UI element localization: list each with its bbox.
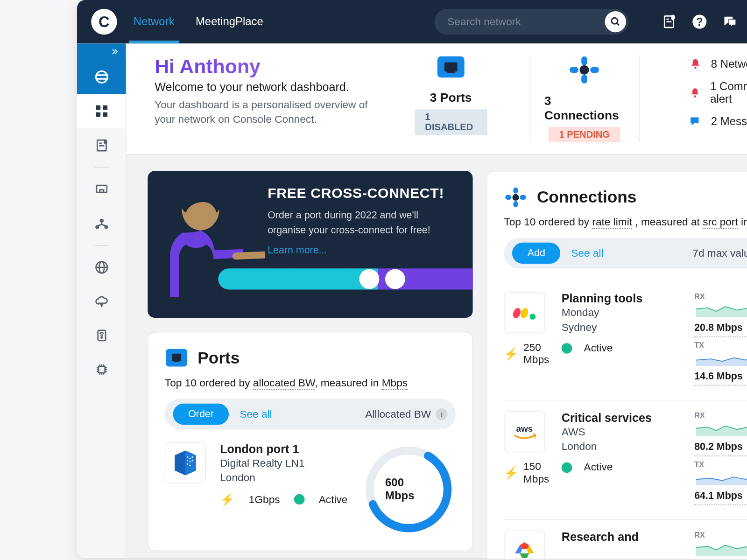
svg-rect-52 xyxy=(581,75,587,84)
ports-count: 3 Ports xyxy=(430,91,472,105)
svg-rect-67 xyxy=(189,461,190,462)
svg-text:$: $ xyxy=(671,14,674,20)
nav-tab-network[interactable]: Network xyxy=(134,0,175,43)
promo-link[interactable]: Learn more... xyxy=(268,245,458,256)
connection-item[interactable]: Research and RX xyxy=(504,520,747,558)
sidebar-expand-icon[interactable] xyxy=(77,43,126,60)
search-input[interactable] xyxy=(434,9,628,35)
svg-line-1 xyxy=(617,23,619,25)
svg-rect-59 xyxy=(189,291,197,318)
connections-count: 3 Connections xyxy=(544,94,625,122)
conn-city: Sydney xyxy=(562,320,683,335)
gauge-value: 600 Mbps xyxy=(385,476,432,502)
search-button[interactable] xyxy=(605,11,626,32)
promo-title: FREE CROSS-CONNECT! xyxy=(268,185,458,202)
svg-rect-75 xyxy=(505,195,511,200)
see-all-link[interactable]: See all xyxy=(571,247,603,259)
svg-point-78 xyxy=(512,307,522,319)
port-item[interactable]: London port 1 Digital Realty LN1 London … xyxy=(165,442,456,536)
svg-rect-68 xyxy=(192,460,193,462)
search-icon xyxy=(610,16,621,27)
nav-tab-meetingplace[interactable]: MeetingPlace xyxy=(196,0,263,43)
svg-rect-14 xyxy=(96,105,100,110)
card-subtitle: Top 10 ordered by rate limit , measured … xyxy=(504,216,747,228)
ports-badge: 1 DISABLED xyxy=(415,109,487,135)
sidebar-item-billing[interactable]: $ xyxy=(77,128,126,162)
connection-item[interactable]: aws ⚡150 Mbps Critical services AWS Lond… xyxy=(504,401,747,520)
ports-icon xyxy=(436,55,465,81)
promo-illustration xyxy=(148,177,265,318)
hero: Hi Anthony Welcome to your network dashb… xyxy=(127,43,747,154)
info-icon[interactable]: i xyxy=(436,408,447,420)
sidebar-item-iot[interactable] xyxy=(77,318,126,352)
svg-rect-50 xyxy=(447,70,455,73)
sidebar-item-edge[interactable] xyxy=(77,352,126,386)
rx-value: 80.2 Mbps xyxy=(694,441,742,453)
add-button[interactable]: Add xyxy=(512,243,561,264)
conn-bw: 150 Mbps xyxy=(523,461,550,485)
sidebar-item-cloud[interactable] xyxy=(77,284,126,318)
port-city: London xyxy=(220,471,347,486)
svg-point-55 xyxy=(580,65,589,75)
conn-status: Active xyxy=(584,342,613,354)
alert-messages[interactable]: 2 Messages xyxy=(689,115,747,128)
billing-icon[interactable]: $ xyxy=(661,14,677,29)
gauge: 600 Mbps xyxy=(361,442,455,536)
rx-value: 20.8 Mbps xyxy=(694,322,742,334)
bolt-icon: ⚡ xyxy=(220,493,234,507)
connections-badge: 1 PENDING xyxy=(549,127,620,142)
svg-point-80 xyxy=(530,314,536,320)
help-icon[interactable]: ? xyxy=(692,14,707,29)
alert-community[interactable]: 1 Community alert xyxy=(689,80,747,105)
conn-name: Research and xyxy=(562,531,683,544)
sidebar: $ xyxy=(77,43,127,558)
order-button[interactable]: Order xyxy=(173,404,229,425)
status-dot xyxy=(562,343,572,354)
alert-text: 8 Network alerts xyxy=(711,57,747,70)
card-title: Ports xyxy=(197,349,240,368)
conn-status: Active xyxy=(584,462,613,474)
svg-rect-73 xyxy=(513,188,518,194)
svg-rect-53 xyxy=(570,67,578,73)
alert-network[interactable]: 8 Network alerts xyxy=(689,57,747,70)
svg-point-34 xyxy=(101,337,102,338)
sidebar-item-ports[interactable] xyxy=(77,172,126,206)
bolt-icon: ⚡ xyxy=(504,466,518,480)
sidebar-item-internet[interactable] xyxy=(77,250,126,284)
sidebar-item-dashboard[interactable] xyxy=(77,94,126,128)
svg-rect-51 xyxy=(581,56,587,65)
svg-point-79 xyxy=(519,307,529,319)
svg-rect-63 xyxy=(187,456,188,458)
sidebar-item-connections[interactable] xyxy=(77,206,126,240)
tx-label: TX xyxy=(694,341,747,350)
svg-point-57 xyxy=(694,95,696,97)
chat-icon[interactable] xyxy=(722,14,738,29)
greeting: Hi Anthony xyxy=(155,55,372,78)
svg-rect-70 xyxy=(189,465,190,466)
rx-label: RX xyxy=(694,292,747,301)
conn-provider: AWS xyxy=(562,425,683,440)
see-all-link[interactable]: See all xyxy=(240,408,272,420)
svg-point-24 xyxy=(100,219,103,222)
connection-logo xyxy=(504,292,545,333)
svg-rect-35 xyxy=(98,366,105,373)
svg-point-77 xyxy=(512,194,519,201)
app-logo[interactable]: C xyxy=(91,9,117,35)
svg-rect-54 xyxy=(590,67,599,73)
promo-desc: Order a port during 2022 and we'll organ… xyxy=(268,209,458,238)
bell-icon xyxy=(689,57,702,70)
svg-text:$: $ xyxy=(104,139,107,144)
sidebar-item-home[interactable] xyxy=(77,60,126,94)
svg-line-29 xyxy=(101,224,106,226)
port-logo xyxy=(165,442,206,483)
svg-rect-15 xyxy=(103,105,107,110)
connection-item[interactable]: ⚡250 Mbps Planning tools Monday Sydney A… xyxy=(504,281,747,401)
card-subtitle: Top 10 ordered by allocated BW, measured… xyxy=(165,377,456,389)
svg-rect-22 xyxy=(96,185,106,192)
chat-icon xyxy=(689,115,702,128)
tx-value: 64.1 Mbps xyxy=(694,490,742,502)
ports-icon xyxy=(165,347,188,370)
promo-card: FREE CROSS-CONNECT! Order a port during … xyxy=(148,171,472,318)
connections-icon xyxy=(504,186,527,209)
status-dot xyxy=(562,462,572,473)
